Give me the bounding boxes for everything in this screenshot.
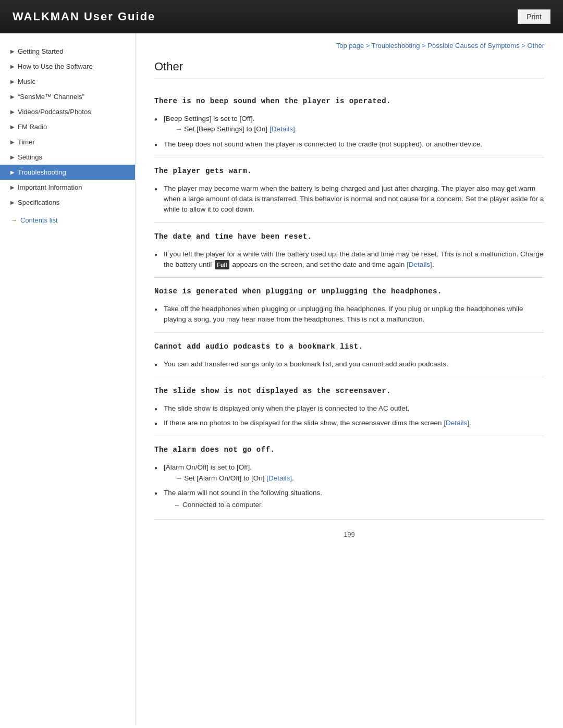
sidebar-item-getting-started[interactable]: ▶ Getting Started: [0, 44, 135, 59]
page-number: 199: [344, 530, 355, 538]
breadcrumb-possible-causes[interactable]: Possible Causes of Symptoms: [427, 42, 519, 50]
sidebar-item-specifications[interactable]: ▶ Specifications: [0, 195, 135, 210]
arrow-icon: ▶: [10, 169, 15, 175]
sidebar-label: Music: [18, 78, 35, 85]
breadcrumb-troubleshooting[interactable]: Troubleshooting: [372, 42, 420, 50]
section-slideshow: The slide show is not displayed as the s…: [154, 377, 544, 437]
arrow-icon: ▶: [10, 200, 15, 205]
sidebar-item-troubleshooting[interactable]: ▶ Troubleshooting: [0, 165, 135, 180]
app-title: WALKMAN User Guide: [13, 10, 155, 23]
section-title: The date and time have been reset.: [154, 232, 544, 241]
sidebar-item-videos[interactable]: ▶ Videos/Podcasts/Photos: [0, 104, 135, 119]
section-title: The player gets warm.: [154, 167, 544, 175]
arrow-icon: ▶: [10, 48, 15, 54]
section-date-reset: The date and time have been reset. If yo…: [154, 223, 544, 278]
sidebar-item-timer[interactable]: ▶ Timer: [0, 134, 135, 150]
section-headphone-noise: Noise is generated when plugging or unpl…: [154, 278, 544, 333]
list-item: If there are no photos to be displayed f…: [154, 416, 544, 430]
arrow-sub-item: Set [Beep Settings] to [On] [Details].: [164, 124, 544, 134]
arrow-icon: ▶: [10, 154, 15, 160]
page-footer: 199: [154, 520, 544, 549]
sidebar-label: FM Radio: [18, 123, 47, 131]
list-item: The slide show is displayed only when th…: [154, 401, 544, 416]
bullet-list: [Beep Settings] is set to [Off]. Set [Be…: [154, 112, 544, 152]
bullet-list: Take off the headphones when plugging or…: [154, 302, 544, 327]
details-link[interactable]: [Details]: [270, 125, 295, 133]
arrow-icon: ▶: [10, 94, 15, 100]
section-player-warm: The player gets warm. The player may bec…: [154, 157, 544, 223]
page-title: Other: [154, 60, 544, 79]
arrow-icon: ▶: [10, 79, 15, 84]
bullet-list: The player may become warm when the batt…: [154, 181, 544, 217]
print-button[interactable]: Print: [518, 9, 550, 24]
sidebar-label: Specifications: [18, 199, 59, 206]
sidebar-item-music[interactable]: ▶ Music: [0, 74, 135, 89]
bullet-list: The slide show is displayed only when th…: [154, 401, 544, 431]
section-podcast-bookmark: Cannot add audio podcasts to a bookmark …: [154, 333, 544, 377]
section-title: Noise is generated when plugging or unpl…: [154, 287, 544, 295]
sidebar-label: Getting Started: [18, 47, 63, 55]
contents-list-link[interactable]: → Contents list: [0, 210, 135, 228]
main-content: Top page > Troubleshooting > Possible Ca…: [136, 33, 563, 725]
breadcrumb-top-page[interactable]: Top page: [336, 42, 364, 50]
page-layout: ▶ Getting Started ▶ How to Use the Softw…: [0, 33, 563, 725]
battery-icon: Full: [215, 260, 229, 270]
sidebar-label: Videos/Podcasts/Photos: [18, 108, 91, 116]
section-title: The slide show is not displayed as the s…: [154, 387, 544, 395]
sidebar-item-how-to-use[interactable]: ▶ How to Use the Software: [0, 59, 135, 74]
section-alarm: The alarm does not go off. [Alarm On/Off…: [154, 436, 544, 520]
bullet-list: If you left the player for a while with …: [154, 247, 544, 273]
details-link[interactable]: [Details]: [266, 474, 292, 482]
section-title: Cannot add audio podcasts to a bookmark …: [154, 342, 544, 351]
list-item: The beep does not sound when the player …: [154, 137, 544, 152]
arrow-icon: ▶: [10, 109, 15, 115]
list-item: Take off the headphones when plugging or…: [154, 302, 544, 327]
sidebar-item-settings[interactable]: ▶ Settings: [0, 150, 135, 165]
list-item: You can add transferred songs only to a …: [154, 357, 544, 372]
sidebar-label: “SensMe™ Channels”: [18, 93, 84, 101]
list-item: The alarm will not sound in the followin…: [154, 486, 544, 514]
list-item: [Beep Settings] is set to [Off]. Set [Be…: [154, 112, 544, 137]
list-item: If you left the player for a while with …: [154, 247, 544, 273]
list-item: The player may become warm when the batt…: [154, 181, 544, 217]
breadcrumb-other[interactable]: Other: [527, 42, 544, 50]
bullet-list: [Alarm On/Off] is set to [Off]. Set [Ala…: [154, 460, 544, 514]
breadcrumb: Top page > Troubleshooting > Possible Ca…: [154, 42, 544, 50]
sidebar-label: Settings: [18, 153, 42, 161]
dash-sub-item: Connected to a computer.: [164, 498, 544, 512]
sidebar-item-important-info[interactable]: ▶ Important Information: [0, 180, 135, 195]
bullet-list: You can add transferred songs only to a …: [154, 357, 544, 372]
arrow-right-icon: →: [10, 216, 17, 224]
arrow-sub-item: Set [Alarm On/Off] to [On] [Details].: [164, 473, 544, 484]
contents-link-label: Contents list: [20, 216, 58, 224]
sidebar-item-fm-radio[interactable]: ▶ FM Radio: [0, 119, 135, 134]
list-item: [Alarm On/Off] is set to [Off]. Set [Ala…: [154, 460, 544, 486]
arrow-icon: ▶: [10, 64, 15, 69]
section-title: The alarm does not go off.: [154, 446, 544, 454]
arrow-icon: ▶: [10, 184, 15, 190]
sidebar-label: Important Information: [18, 183, 82, 191]
sidebar-label: Troubleshooting: [18, 168, 66, 176]
arrow-icon: ▶: [10, 124, 15, 130]
arrow-icon: ▶: [10, 139, 15, 145]
sidebar-item-sensme[interactable]: ▶ “SensMe™ Channels”: [0, 89, 135, 104]
sidebar: ▶ Getting Started ▶ How to Use the Softw…: [0, 33, 136, 725]
details-link[interactable]: [Details]: [444, 419, 469, 427]
section-title: There is no beep sound when the player i…: [154, 97, 544, 105]
sidebar-label: How to Use the Software: [18, 63, 93, 70]
header: WALKMAN User Guide Print: [0, 0, 563, 33]
sidebar-label: Timer: [18, 138, 35, 146]
section-no-beep: There is no beep sound when the player i…: [154, 88, 544, 157]
details-link[interactable]: [Details]: [407, 261, 432, 268]
